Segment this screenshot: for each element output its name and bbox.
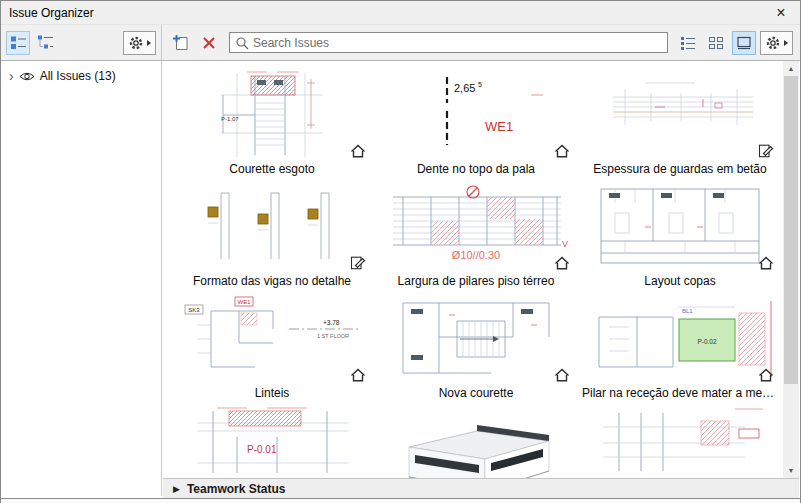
thumbnail-drawing xyxy=(381,295,571,383)
thumb-annotation: Ø10//0.30 xyxy=(452,249,500,261)
window-bottom-edge xyxy=(1,498,800,503)
issue-organizer-window: Issue Organizer × xyxy=(0,0,801,503)
scroll-down-button[interactable]: ▼ xyxy=(783,463,799,478)
scroll-up-button[interactable]: ▲ xyxy=(783,61,799,76)
thumb-annotation: V xyxy=(562,239,568,249)
issue-thumbnail: Ø10//0.30 V xyxy=(381,183,571,271)
tree-toolbar xyxy=(1,25,162,60)
new-issue-button[interactable] xyxy=(169,31,193,55)
main-toolbar xyxy=(1,25,800,61)
search-icon xyxy=(235,36,249,50)
close-icon[interactable]: × xyxy=(770,2,792,24)
thumbnail-drawing: 2,65 5 WE1 xyxy=(381,71,571,159)
issue-grid: P-1.07 Courette esgoto 2,65 5 WE1 xyxy=(163,61,785,478)
issue-title: Formato das vigas no detalhe xyxy=(193,274,351,288)
hierarchy-view-toggle[interactable] xyxy=(33,31,57,55)
grid-view-button[interactable] xyxy=(704,31,728,55)
issue-thumbnail: P-0.01 xyxy=(177,407,367,478)
issue-title: Pilar na receção deve mater a mesma... xyxy=(582,386,778,400)
vertical-scrollbar[interactable]: ▲ ▼ xyxy=(783,61,799,478)
issue-card[interactable]: P-0.02 BL1 Pilar na receção deve mater a… xyxy=(581,295,779,403)
issue-card[interactable]: P-1.07 Courette esgoto xyxy=(173,71,371,179)
flat-list-icon xyxy=(10,34,27,51)
delete-issue-button[interactable] xyxy=(197,31,221,55)
issue-thumbnail xyxy=(381,295,571,383)
home-icon xyxy=(350,144,366,158)
markup-icon xyxy=(350,256,366,270)
thumb-annotation: 2,65 xyxy=(454,82,475,94)
list-view-icon xyxy=(680,35,696,51)
issue-card[interactable]: SK3 WE1 +3.78 1 ST FLOOR Linteis xyxy=(173,295,371,403)
issue-card[interactable] xyxy=(377,407,575,478)
dropdown-arrow-icon xyxy=(784,40,788,46)
thumbnail-drawing: Ø10//0.30 V xyxy=(381,183,571,271)
issue-title: Nova courette xyxy=(439,386,514,400)
issue-card[interactable]: Layout copas xyxy=(581,183,779,291)
thumbnail-drawing xyxy=(585,71,775,159)
thumbnail-drawing xyxy=(177,183,367,271)
issue-thumbnail: 2,65 5 WE1 xyxy=(381,71,571,159)
issue-card[interactable]: Espessura de guardas em betão xyxy=(581,71,779,179)
thumb-annotation: P-1.07 xyxy=(221,116,239,122)
home-icon xyxy=(554,256,570,270)
thumbnail-drawing: P-1.07 xyxy=(177,71,367,159)
thumbnail-drawing: SK3 WE1 +3.78 1 ST FLOOR xyxy=(177,295,367,383)
hierarchy-icon xyxy=(37,34,54,51)
sidebar-item-all-issues[interactable]: › All Issues (13) xyxy=(1,61,161,83)
delete-x-icon xyxy=(202,36,216,50)
issue-card[interactable]: Formato das vigas no detalhe xyxy=(173,183,371,291)
issue-thumbnail xyxy=(381,407,571,478)
issue-thumbnail: P-0.02 BL1 xyxy=(585,295,775,383)
issue-thumbnail xyxy=(177,183,367,271)
home-icon xyxy=(554,144,570,158)
thumbnail-drawing xyxy=(585,183,775,271)
thumbnail-drawing: P-0.02 BL1 xyxy=(585,295,775,383)
teamwork-status-bar[interactable]: ▶ Teamwork Status xyxy=(163,478,799,498)
large-thumbnail-view-button[interactable] xyxy=(732,31,756,55)
home-icon xyxy=(758,368,774,382)
tree-settings-button[interactable] xyxy=(123,31,156,55)
thumb-annotation: 5 xyxy=(478,81,482,88)
thumb-annotation: 1 ST FLOOR xyxy=(317,333,349,339)
issue-card[interactable]: Ø10//0.30 V Largura de pilares piso térr… xyxy=(377,183,575,291)
list-view-button[interactable] xyxy=(676,31,700,55)
expand-chevron-icon[interactable]: › xyxy=(9,71,14,81)
scrollbar-track[interactable] xyxy=(783,76,799,463)
issue-card[interactable]: Nova courette xyxy=(377,295,575,403)
issue-toolbar xyxy=(162,25,800,60)
issue-thumbnail xyxy=(585,183,775,271)
issue-card[interactable] xyxy=(581,407,779,478)
issue-title: Layout copas xyxy=(644,274,715,288)
tree-item-label: All Issues (13) xyxy=(40,69,116,83)
thumb-annotation: WE1 xyxy=(485,119,513,134)
visibility-eye-icon xyxy=(19,71,35,82)
new-issue-icon xyxy=(172,34,190,52)
large-thumbnail-icon xyxy=(736,35,752,51)
issue-title: Largura de pilares piso térreo xyxy=(398,274,555,288)
issue-title: Espessura de guardas em betão xyxy=(593,162,766,176)
issue-card[interactable]: 2,65 5 WE1 Dente no topo da pala xyxy=(377,71,575,179)
issue-tree-panel: › All Issues (13) xyxy=(1,61,162,496)
issue-card[interactable]: P-0.01 xyxy=(173,407,371,478)
thumb-annotation: +3.78 xyxy=(323,319,340,326)
thumb-annotation: P-0.02 xyxy=(697,338,717,345)
scrollbar-thumb[interactable] xyxy=(784,76,798,384)
dropdown-arrow-icon xyxy=(147,40,151,46)
search-input[interactable] xyxy=(253,36,662,50)
thumb-annotation: BL1 xyxy=(682,308,693,314)
flat-list-view-toggle[interactable] xyxy=(6,31,30,55)
expand-triangle-icon[interactable]: ▶ xyxy=(173,484,180,494)
search-box[interactable] xyxy=(229,32,668,53)
gear-icon xyxy=(765,35,781,51)
issue-thumbnail: P-1.07 xyxy=(177,71,367,159)
gear-icon xyxy=(128,35,144,51)
issue-thumbnail xyxy=(585,71,775,159)
thumb-annotation: SK3 xyxy=(188,307,200,313)
home-icon xyxy=(554,368,570,382)
grid-view-icon xyxy=(708,35,724,51)
view-settings-button[interactable] xyxy=(760,31,793,55)
issue-title: Linteis xyxy=(255,386,290,400)
thumb-annotation: P-0.01 xyxy=(247,444,277,455)
teamwork-status-label: Teamwork Status xyxy=(187,482,285,496)
issue-title: Dente no topo da pala xyxy=(417,162,535,176)
